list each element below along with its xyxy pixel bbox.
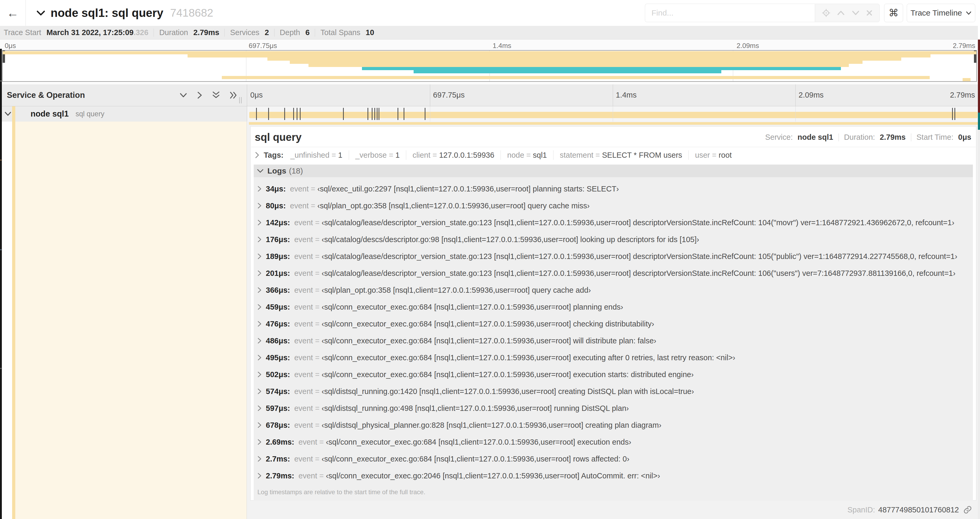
log-entry-row[interactable]: 678μs:event=‹sql/distsql_physical_planne… bbox=[254, 417, 973, 434]
log-chevron-right-icon[interactable] bbox=[258, 473, 262, 479]
log-marker-tick[interactable] bbox=[284, 108, 285, 120]
log-chevron-right-icon[interactable] bbox=[258, 186, 262, 192]
log-timestamp: 486μs: bbox=[266, 337, 290, 345]
find-input[interactable] bbox=[645, 4, 815, 22]
find-prev-icon[interactable] bbox=[837, 10, 845, 16]
log-marker-tick[interactable] bbox=[300, 108, 301, 120]
log-event-value: ‹sql/distsql_running.go:498 [nsql1,clien… bbox=[322, 404, 629, 413]
log-marker-tick[interactable] bbox=[955, 108, 955, 120]
log-entry-row[interactable]: 495μs:event=‹sql/conn_executor_exec.go:6… bbox=[254, 349, 973, 366]
log-entry-row[interactable]: 34μs:event=‹sql/exec_util.go:2297 [nsql1… bbox=[254, 180, 973, 197]
tag-value: 1 bbox=[338, 151, 342, 159]
divider bbox=[688, 150, 689, 160]
log-entry-row[interactable]: 476μs:event=‹sql/conn_executor_exec.go:6… bbox=[254, 315, 973, 332]
log-chevron-right-icon[interactable] bbox=[258, 439, 262, 445]
log-chevron-right-icon[interactable] bbox=[258, 456, 262, 462]
expand-one-chevron-right-icon[interactable] bbox=[197, 91, 203, 99]
log-field-key: event bbox=[294, 421, 313, 430]
trace-view-selector[interactable]: Trace Timeline bbox=[907, 4, 975, 22]
collapse-trace-chevron-icon[interactable] bbox=[37, 10, 45, 16]
logs-header[interactable]: Logs (18) bbox=[254, 164, 973, 177]
clear-find-icon[interactable] bbox=[866, 10, 872, 16]
log-chevron-right-icon[interactable] bbox=[258, 371, 262, 378]
detail-overview: Service: node sql1Duration: 2.79msStart … bbox=[765, 133, 971, 142]
keyboard-shortcuts-button[interactable]: ⌘ bbox=[884, 4, 903, 22]
log-marker-tick[interactable] bbox=[952, 108, 953, 120]
span-duration-bar[interactable] bbox=[249, 112, 978, 118]
overview-value: 2.79ms bbox=[880, 133, 905, 141]
log-entry-row[interactable]: 201μs:event=‹sql/catalog/lease/descripto… bbox=[254, 265, 973, 282]
log-chevron-right-icon[interactable] bbox=[258, 405, 262, 411]
log-chevron-right-icon[interactable] bbox=[258, 388, 262, 394]
overview-label: Duration: bbox=[844, 133, 877, 141]
log-entry-row[interactable]: 366μs:event=‹sql/plan_opt.go:358 [nsql1,… bbox=[254, 282, 973, 299]
equals-sign: = bbox=[315, 235, 320, 244]
log-marker-tick[interactable] bbox=[268, 108, 269, 120]
equals-sign: = bbox=[315, 286, 320, 295]
log-entry-row[interactable]: 2.7ms:event=‹sql/conn_executor_exec.go:6… bbox=[254, 450, 973, 467]
log-timestamp: 201μs: bbox=[266, 269, 290, 278]
log-timestamp: 189μs: bbox=[266, 252, 290, 261]
span-row-name-cell[interactable]: node sql1 sql query bbox=[0, 106, 247, 121]
log-entry-row[interactable]: 176μs:event=‹sql/catalog/descs/descripto… bbox=[254, 231, 973, 248]
log-marker-tick[interactable] bbox=[377, 108, 377, 120]
timeline-gridline bbox=[430, 106, 430, 121]
log-field-key: event bbox=[294, 235, 313, 244]
log-entry-row[interactable]: 597μs:event=‹sql/distsql_running.go:498 … bbox=[254, 400, 973, 417]
log-entry-row[interactable]: 486μs:event=‹sql/conn_executor_exec.go:6… bbox=[254, 332, 973, 349]
log-chevron-right-icon[interactable] bbox=[258, 338, 262, 344]
log-timestamp: 2.69ms: bbox=[266, 438, 294, 447]
log-marker-tick[interactable] bbox=[374, 108, 375, 120]
log-marker-tick[interactable] bbox=[372, 108, 372, 120]
log-entry-row[interactable]: 189μs:event=‹sql/catalog/lease/descripto… bbox=[254, 248, 973, 265]
equals-sign: = bbox=[315, 269, 320, 278]
deep-link-icon[interactable] bbox=[963, 505, 972, 514]
log-marker-tick[interactable] bbox=[256, 108, 257, 120]
log-chevron-right-icon[interactable] bbox=[258, 253, 262, 260]
log-marker-tick[interactable] bbox=[368, 108, 368, 120]
log-marker-tick[interactable] bbox=[297, 108, 298, 120]
collapse-controls bbox=[180, 91, 238, 99]
log-marker-tick[interactable] bbox=[379, 108, 379, 120]
column-resizer-handle[interactable] bbox=[239, 97, 242, 103]
log-entry-row[interactable]: 142μs:event=‹sql/catalog/lease/descripto… bbox=[254, 214, 973, 231]
collapse-one-chevron-down-icon[interactable] bbox=[180, 92, 187, 98]
log-chevron-right-icon[interactable] bbox=[258, 219, 262, 226]
tags-accordian[interactable]: Tags: _unfinished=1_verbose=1client=127.… bbox=[251, 147, 976, 163]
log-chevron-right-icon[interactable] bbox=[258, 321, 262, 327]
equals-sign: = bbox=[315, 353, 320, 362]
log-chevron-right-icon[interactable] bbox=[258, 287, 262, 293]
find-controls bbox=[815, 4, 880, 22]
log-chevron-right-icon[interactable] bbox=[258, 422, 262, 428]
log-entry-row[interactable]: 502μs:event=‹sql/conn_executor_exec.go:6… bbox=[254, 366, 973, 383]
log-marker-tick[interactable] bbox=[343, 108, 344, 120]
log-entry-row[interactable]: 574μs:event=‹sql/distsql_running.go:1420… bbox=[254, 383, 973, 400]
log-entry-row[interactable]: 2.69ms:event=‹sql/conn_executor_exec.go:… bbox=[254, 434, 973, 450]
locate-icon[interactable] bbox=[822, 9, 830, 17]
log-chevron-right-icon[interactable] bbox=[258, 236, 262, 243]
log-marker-tick[interactable] bbox=[425, 108, 425, 120]
expand-all-double-chevron-right-icon[interactable] bbox=[229, 91, 238, 99]
logs-chevron-down-icon bbox=[257, 169, 264, 173]
log-chevron-right-icon[interactable] bbox=[258, 203, 262, 209]
find-next-icon[interactable] bbox=[852, 10, 860, 16]
timeline-axis-label: 2.09ms bbox=[799, 91, 824, 99]
log-chevron-right-icon[interactable] bbox=[258, 304, 262, 310]
log-marker-tick[interactable] bbox=[293, 108, 294, 120]
collapse-all-double-chevron-down-icon[interactable] bbox=[212, 91, 220, 99]
back-button[interactable]: ← bbox=[0, 0, 26, 26]
log-chevron-right-icon[interactable] bbox=[258, 270, 262, 276]
minimap-canvas[interactable] bbox=[2, 50, 977, 82]
log-entry-row[interactable]: 2.79ms:event=‹sql/conn_executor_exec.go:… bbox=[254, 467, 973, 484]
log-marker-tick[interactable] bbox=[404, 108, 404, 120]
span-collapse-chevron-icon[interactable] bbox=[4, 111, 11, 117]
log-marker-tick[interactable] bbox=[398, 108, 398, 120]
log-entry-row[interactable]: 459μs:event=‹sql/conn_executor_exec.go:6… bbox=[254, 299, 973, 315]
log-entry-row[interactable]: 80μs:event=‹sql/plan_opt.go:358 [nsql1,c… bbox=[254, 197, 973, 214]
overview-label: Service: bbox=[765, 133, 795, 141]
equals-sign: = bbox=[315, 404, 320, 413]
log-chevron-right-icon[interactable] bbox=[258, 355, 262, 361]
log-timestamp: 502μs: bbox=[266, 370, 290, 379]
minimap-span-bar bbox=[267, 57, 901, 61]
minimap-span-bar bbox=[222, 76, 930, 79]
